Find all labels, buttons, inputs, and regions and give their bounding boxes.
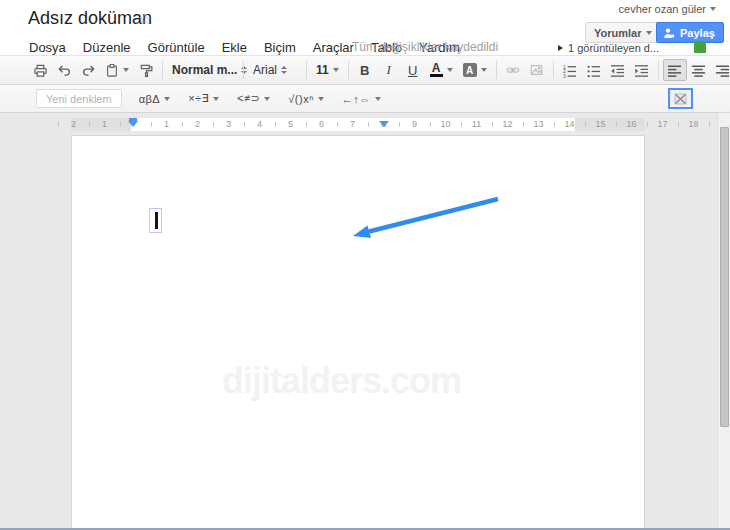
equation-symbol-dropdown[interactable]: ←↑⇔: [337, 89, 386, 109]
share-button[interactable]: Paylaş: [656, 22, 724, 43]
increase-indent-icon: [634, 63, 649, 78]
save-status: Tüm değişiklikler kaydedildi: [352, 40, 498, 54]
ruler-number: 7: [337, 118, 368, 131]
chevron-down-icon: [333, 68, 339, 72]
image-icon: [529, 63, 544, 77]
vertical-scrollbar[interactable]: [717, 113, 730, 530]
separator: [243, 61, 244, 79]
bulleted-list-button[interactable]: [582, 59, 606, 81]
align-left-button[interactable]: [663, 59, 687, 81]
right-indent-marker[interactable]: [379, 121, 389, 127]
separator: [348, 61, 349, 79]
ruler-number: 3: [213, 118, 244, 131]
separator: [553, 61, 554, 79]
ruler-number: 6: [306, 118, 337, 131]
toolbar: Normal m... Arial 11 B I U A A 123: [0, 55, 730, 85]
ruler-number: 18: [678, 118, 709, 131]
undo-button[interactable]: [52, 59, 76, 81]
ruler-number: 1: [89, 118, 120, 131]
chevron-down-icon: [646, 31, 652, 35]
star-icon[interactable]: ☆: [138, 10, 151, 28]
ruler-number: 10: [430, 118, 461, 131]
ruler-number: 2: [182, 118, 213, 131]
decrease-indent-button[interactable]: [606, 59, 630, 81]
numbered-list-icon: 123: [562, 63, 577, 78]
ruler-number: 5: [275, 118, 306, 131]
highlight-color-icon: A: [463, 63, 477, 77]
ruler-number: 4: [244, 118, 275, 131]
bulleted-list-icon: [586, 63, 601, 78]
document-title[interactable]: Adsız doküman: [28, 8, 152, 29]
separator: [496, 61, 497, 79]
ruler-number: 15: [585, 118, 616, 131]
equation-symbol-dropdown[interactable]: ×÷∃: [183, 89, 224, 109]
align-left-icon: [667, 63, 682, 78]
undo-icon: [57, 63, 72, 78]
ruler-number: 1: [151, 118, 182, 131]
text-cursor: [155, 212, 158, 229]
ruler-number: 16: [616, 118, 647, 131]
print-icon: [33, 63, 48, 78]
ruler-number: 17: [647, 118, 678, 131]
underline-icon: U: [408, 63, 417, 78]
svg-text:3: 3: [563, 73, 566, 78]
bold-icon: B: [360, 63, 369, 78]
clipboard-icon: [105, 63, 119, 78]
chevron-down-icon: [164, 97, 170, 101]
equation-symbol-dropdown[interactable]: <≠⊃: [232, 89, 275, 109]
redo-icon: [81, 63, 96, 78]
close-equation-toolbar-button[interactable]: [668, 88, 693, 109]
expand-triangle-icon: [558, 45, 563, 51]
bold-button[interactable]: B: [353, 59, 377, 81]
align-right-button[interactable]: [711, 59, 730, 81]
equation-symbol-groups: αβΔ ×÷∃ <≠⊃ √()xⁿ ←↑⇔: [134, 89, 386, 109]
ruler-number: 13: [523, 118, 554, 131]
equation-symbol-dropdown[interactable]: αβΔ: [134, 89, 176, 109]
new-equation-button[interactable]: Yeni denklem: [36, 89, 122, 108]
ruler-number: 9: [399, 118, 430, 131]
print-button[interactable]: [28, 59, 52, 81]
numbered-list-button[interactable]: 123: [558, 59, 582, 81]
insert-link-button[interactable]: [501, 59, 525, 81]
insert-image-button[interactable]: [525, 59, 549, 81]
italic-icon: I: [387, 62, 391, 78]
ruler[interactable]: 2112345678910111213141516171819: [58, 118, 730, 131]
user-account-menu[interactable]: cevher ozan güler: [619, 3, 716, 15]
ruler-numbers: 2112345678910111213141516171819: [58, 118, 730, 131]
paint-roller-icon: [139, 63, 154, 78]
highlight-color-button[interactable]: A: [458, 59, 492, 81]
left-indent-marker[interactable]: [128, 121, 138, 127]
scrollbar-thumb[interactable]: [720, 127, 729, 427]
chevron-down-icon: [481, 68, 487, 72]
separator: [306, 61, 307, 79]
text-color-button[interactable]: A: [425, 59, 458, 81]
viewers-toggle[interactable]: 1 görüntüleyen d...: [558, 42, 659, 54]
equation-placeholder-box[interactable]: [149, 208, 162, 233]
ruler-number: 2: [58, 118, 89, 131]
comments-button[interactable]: Yorumlar: [585, 22, 661, 43]
ruler-number: 11: [461, 118, 492, 131]
styles-dropdown[interactable]: Normal m...: [167, 59, 239, 81]
increase-indent-button[interactable]: [630, 59, 654, 81]
paint-format-button[interactable]: [134, 59, 158, 81]
chevron-down-icon: [213, 97, 219, 101]
chevron-down-icon: [375, 97, 381, 101]
document-page[interactable]: dijitalders.com: [71, 135, 645, 530]
chevron-down-icon: [710, 7, 716, 11]
ruler-number: 14: [554, 118, 585, 131]
web-clipboard-button[interactable]: [100, 59, 134, 81]
decrease-indent-icon: [610, 63, 625, 78]
separator: [658, 61, 659, 79]
italic-button[interactable]: I: [377, 59, 401, 81]
equation-symbol-dropdown[interactable]: √()xⁿ: [283, 89, 328, 109]
watermark-text: dijitalders.com: [222, 360, 461, 402]
underline-button[interactable]: U: [401, 59, 425, 81]
equation-toolbar: Yeni denklem αβΔ ×÷∃ <≠⊃ √()xⁿ ←↑⇔: [0, 85, 730, 113]
align-center-button[interactable]: [687, 59, 711, 81]
font-size-dropdown[interactable]: 11: [311, 59, 344, 81]
person-icon: [663, 27, 675, 39]
presence-indicator: [694, 41, 706, 53]
chevron-down-icon: [123, 68, 129, 72]
font-dropdown[interactable]: Arial: [248, 59, 302, 81]
redo-button[interactable]: [76, 59, 100, 81]
